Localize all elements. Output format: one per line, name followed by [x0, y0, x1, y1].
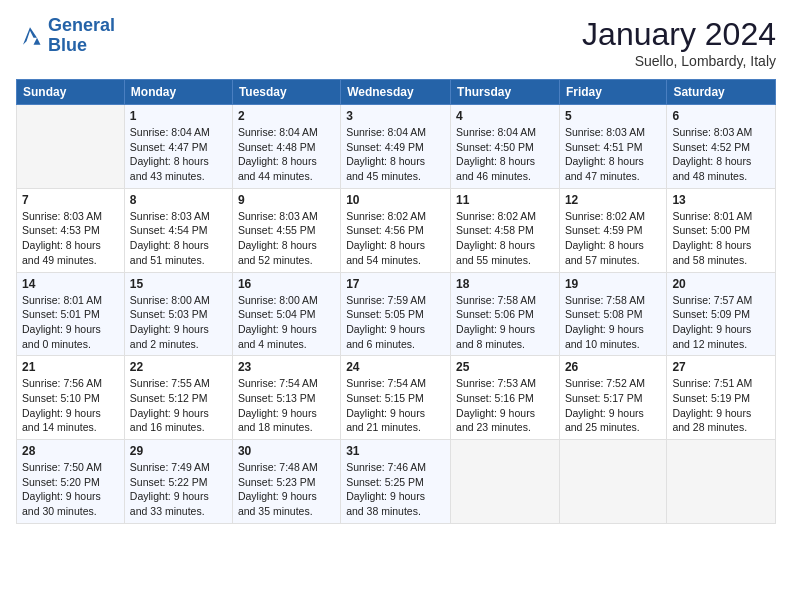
day-info: Sunrise: 7:46 AMSunset: 5:25 PMDaylight:… [346, 460, 445, 519]
day-number: 15 [130, 277, 227, 291]
calendar-cell [451, 440, 560, 524]
weekday-header: Friday [559, 80, 666, 105]
calendar-cell: 30Sunrise: 7:48 AMSunset: 5:23 PMDayligh… [232, 440, 340, 524]
day-info: Sunrise: 7:54 AMSunset: 5:13 PMDaylight:… [238, 376, 335, 435]
day-number: 14 [22, 277, 119, 291]
calendar-cell: 21Sunrise: 7:56 AMSunset: 5:10 PMDayligh… [17, 356, 125, 440]
day-info: Sunrise: 7:48 AMSunset: 5:23 PMDaylight:… [238, 460, 335, 519]
day-info: Sunrise: 8:02 AMSunset: 4:58 PMDaylight:… [456, 209, 554, 268]
day-info: Sunrise: 8:03 AMSunset: 4:55 PMDaylight:… [238, 209, 335, 268]
weekday-header: Wednesday [341, 80, 451, 105]
calendar-cell: 18Sunrise: 7:58 AMSunset: 5:06 PMDayligh… [451, 272, 560, 356]
day-info: Sunrise: 8:04 AMSunset: 4:50 PMDaylight:… [456, 125, 554, 184]
day-number: 17 [346, 277, 445, 291]
day-number: 29 [130, 444, 227, 458]
day-info: Sunrise: 8:04 AMSunset: 4:49 PMDaylight:… [346, 125, 445, 184]
day-number: 3 [346, 109, 445, 123]
day-number: 24 [346, 360, 445, 374]
day-info: Sunrise: 7:58 AMSunset: 5:06 PMDaylight:… [456, 293, 554, 352]
day-number: 6 [672, 109, 770, 123]
day-info: Sunrise: 7:50 AMSunset: 5:20 PMDaylight:… [22, 460, 119, 519]
title-block: January 2024 Suello, Lombardy, Italy [582, 16, 776, 69]
day-number: 23 [238, 360, 335, 374]
calendar-cell: 3Sunrise: 8:04 AMSunset: 4:49 PMDaylight… [341, 105, 451, 189]
calendar-cell: 14Sunrise: 8:01 AMSunset: 5:01 PMDayligh… [17, 272, 125, 356]
calendar-cell: 20Sunrise: 7:57 AMSunset: 5:09 PMDayligh… [667, 272, 776, 356]
day-info: Sunrise: 8:04 AMSunset: 4:47 PMDaylight:… [130, 125, 227, 184]
calendar-cell: 13Sunrise: 8:01 AMSunset: 5:00 PMDayligh… [667, 188, 776, 272]
logo-line2: Blue [48, 35, 87, 55]
calendar-cell: 29Sunrise: 7:49 AMSunset: 5:22 PMDayligh… [124, 440, 232, 524]
logo-icon [16, 22, 44, 50]
svg-marker-1 [34, 38, 41, 45]
calendar-cell: 23Sunrise: 7:54 AMSunset: 5:13 PMDayligh… [232, 356, 340, 440]
day-number: 1 [130, 109, 227, 123]
day-number: 11 [456, 193, 554, 207]
day-number: 4 [456, 109, 554, 123]
day-number: 2 [238, 109, 335, 123]
calendar-cell: 5Sunrise: 8:03 AMSunset: 4:51 PMDaylight… [559, 105, 666, 189]
day-number: 16 [238, 277, 335, 291]
day-info: Sunrise: 7:59 AMSunset: 5:05 PMDaylight:… [346, 293, 445, 352]
day-number: 7 [22, 193, 119, 207]
calendar-cell: 11Sunrise: 8:02 AMSunset: 4:58 PMDayligh… [451, 188, 560, 272]
weekday-header: Sunday [17, 80, 125, 105]
day-info: Sunrise: 8:01 AMSunset: 5:00 PMDaylight:… [672, 209, 770, 268]
calendar-cell: 25Sunrise: 7:53 AMSunset: 5:16 PMDayligh… [451, 356, 560, 440]
weekday-header: Saturday [667, 80, 776, 105]
calendar-week-row: 28Sunrise: 7:50 AMSunset: 5:20 PMDayligh… [17, 440, 776, 524]
calendar-cell: 27Sunrise: 7:51 AMSunset: 5:19 PMDayligh… [667, 356, 776, 440]
day-info: Sunrise: 7:52 AMSunset: 5:17 PMDaylight:… [565, 376, 661, 435]
day-info: Sunrise: 7:49 AMSunset: 5:22 PMDaylight:… [130, 460, 227, 519]
calendar-week-row: 21Sunrise: 7:56 AMSunset: 5:10 PMDayligh… [17, 356, 776, 440]
calendar-week-row: 1Sunrise: 8:04 AMSunset: 4:47 PMDaylight… [17, 105, 776, 189]
day-info: Sunrise: 8:03 AMSunset: 4:51 PMDaylight:… [565, 125, 661, 184]
calendar-cell: 10Sunrise: 8:02 AMSunset: 4:56 PMDayligh… [341, 188, 451, 272]
day-number: 26 [565, 360, 661, 374]
day-number: 5 [565, 109, 661, 123]
calendar-cell: 15Sunrise: 8:00 AMSunset: 5:03 PMDayligh… [124, 272, 232, 356]
calendar-cell: 16Sunrise: 8:00 AMSunset: 5:04 PMDayligh… [232, 272, 340, 356]
day-number: 22 [130, 360, 227, 374]
calendar-cell: 6Sunrise: 8:03 AMSunset: 4:52 PMDaylight… [667, 105, 776, 189]
weekday-header: Monday [124, 80, 232, 105]
logo: General Blue [16, 16, 115, 56]
day-number: 31 [346, 444, 445, 458]
location-subtitle: Suello, Lombardy, Italy [582, 53, 776, 69]
calendar-cell: 26Sunrise: 7:52 AMSunset: 5:17 PMDayligh… [559, 356, 666, 440]
calendar-cell [559, 440, 666, 524]
day-info: Sunrise: 8:01 AMSunset: 5:01 PMDaylight:… [22, 293, 119, 352]
day-info: Sunrise: 8:02 AMSunset: 4:56 PMDaylight:… [346, 209, 445, 268]
day-number: 21 [22, 360, 119, 374]
weekday-header: Thursday [451, 80, 560, 105]
day-info: Sunrise: 7:51 AMSunset: 5:19 PMDaylight:… [672, 376, 770, 435]
day-info: Sunrise: 7:53 AMSunset: 5:16 PMDaylight:… [456, 376, 554, 435]
day-number: 8 [130, 193, 227, 207]
day-info: Sunrise: 7:55 AMSunset: 5:12 PMDaylight:… [130, 376, 227, 435]
calendar-cell: 19Sunrise: 7:58 AMSunset: 5:08 PMDayligh… [559, 272, 666, 356]
calendar-cell: 7Sunrise: 8:03 AMSunset: 4:53 PMDaylight… [17, 188, 125, 272]
calendar-cell: 9Sunrise: 8:03 AMSunset: 4:55 PMDaylight… [232, 188, 340, 272]
day-number: 12 [565, 193, 661, 207]
calendar-cell: 22Sunrise: 7:55 AMSunset: 5:12 PMDayligh… [124, 356, 232, 440]
calendar-cell [667, 440, 776, 524]
day-info: Sunrise: 8:03 AMSunset: 4:52 PMDaylight:… [672, 125, 770, 184]
logo-text: General Blue [48, 16, 115, 56]
day-info: Sunrise: 7:58 AMSunset: 5:08 PMDaylight:… [565, 293, 661, 352]
day-info: Sunrise: 8:03 AMSunset: 4:54 PMDaylight:… [130, 209, 227, 268]
day-number: 19 [565, 277, 661, 291]
day-info: Sunrise: 8:00 AMSunset: 5:03 PMDaylight:… [130, 293, 227, 352]
day-number: 27 [672, 360, 770, 374]
weekday-header: Tuesday [232, 80, 340, 105]
day-info: Sunrise: 8:03 AMSunset: 4:53 PMDaylight:… [22, 209, 119, 268]
day-info: Sunrise: 7:54 AMSunset: 5:15 PMDaylight:… [346, 376, 445, 435]
day-number: 28 [22, 444, 119, 458]
calendar-cell: 17Sunrise: 7:59 AMSunset: 5:05 PMDayligh… [341, 272, 451, 356]
day-number: 20 [672, 277, 770, 291]
calendar-cell: 24Sunrise: 7:54 AMSunset: 5:15 PMDayligh… [341, 356, 451, 440]
logo-line1: General [48, 15, 115, 35]
calendar-week-row: 14Sunrise: 8:01 AMSunset: 5:01 PMDayligh… [17, 272, 776, 356]
day-number: 25 [456, 360, 554, 374]
day-info: Sunrise: 8:04 AMSunset: 4:48 PMDaylight:… [238, 125, 335, 184]
calendar-cell: 4Sunrise: 8:04 AMSunset: 4:50 PMDaylight… [451, 105, 560, 189]
